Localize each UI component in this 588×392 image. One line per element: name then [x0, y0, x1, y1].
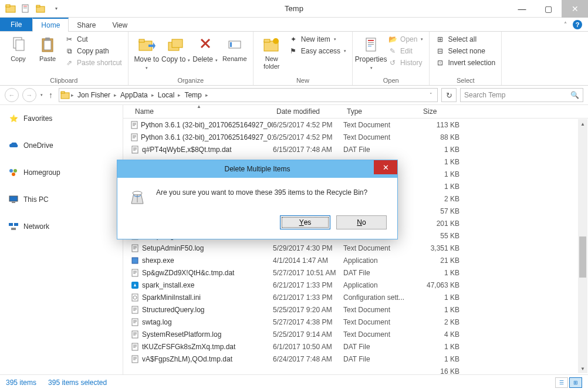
tab-file[interactable]: File — [0, 18, 32, 31]
paste-shortcut-button[interactable]: ⇗Paste shortcut — [62, 58, 124, 68]
new-item-button[interactable]: ✦New item ▾ — [286, 34, 349, 45]
sidebar-thispc[interactable]: This PC — [0, 192, 123, 207]
select-none-button[interactable]: ⊟Select none — [433, 46, 498, 56]
scroll-thumb[interactable] — [579, 236, 586, 278]
folder-icon[interactable] — [4, 2, 18, 16]
file-name: swtag.log — [142, 318, 172, 326]
status-bar: 395 items 395 items selected ☰ ⊞ — [0, 374, 588, 390]
cut-button[interactable]: ✂Cut — [62, 34, 124, 45]
tab-home[interactable]: Home — [32, 18, 69, 32]
sidebar-onedrive[interactable]: OneDrive — [0, 138, 123, 153]
breadcrumb-item[interactable]: Temp — [182, 91, 204, 99]
file-row[interactable]: shexp.exe4/1/2014 1:47 AMApplication21 K… — [123, 254, 588, 266]
history-button[interactable]: ↺History — [386, 58, 425, 68]
file-row[interactable]: spark_install.exe6/21/2017 1:33 PMApplic… — [123, 279, 588, 291]
file-size: 16 KB — [420, 367, 472, 375]
dialog-close-button[interactable]: ✕ — [374, 160, 397, 174]
file-row[interactable]: tKUZcFSFGk8sZmXq.tmp.dat6/1/2017 10:50 A… — [123, 340, 588, 353]
file-size: 201 KB — [420, 219, 472, 228]
file-type: Text Document — [343, 306, 420, 314]
tab-share[interactable]: Share — [69, 18, 104, 31]
move-to-button[interactable]: Move to ▾ — [132, 33, 161, 72]
sort-indicator-icon: ▲ — [197, 105, 201, 109]
sidebar-favorites[interactable]: ⭐Favorites — [0, 111, 123, 126]
close-button[interactable]: ✕ — [562, 0, 588, 18]
rename-button[interactable]: Rename — [220, 33, 249, 63]
column-type[interactable]: Type — [343, 107, 420, 116]
copy-button[interactable]: Copy — [4, 33, 33, 63]
dialog-yes-button[interactable]: Yes — [280, 215, 330, 229]
file-name: tKUZcFSFGk8sZmXq.tmp.dat — [142, 343, 235, 351]
search-input[interactable]: Search Temp 🔍 — [460, 88, 583, 102]
file-type: DAT File — [343, 355, 420, 363]
breadcrumb-item[interactable]: Local — [156, 91, 177, 99]
copy-path-button[interactable]: ⧉Copy path — [62, 46, 124, 56]
svg-rect-35 — [11, 228, 16, 230]
file-name: StructuredQuery.log — [142, 306, 205, 314]
main-content: ⭐Favorites OneDrive Homegroup This PC Ne… — [0, 104, 588, 374]
file-row[interactable]: SetupAdminF50.log5/29/2017 4:30 PMText D… — [123, 242, 588, 254]
paste-button[interactable]: Paste — [33, 33, 62, 63]
file-row[interactable]: Python 3.6.1 (32-bit)_20170625164927_01.… — [123, 131, 588, 143]
file-icon — [130, 342, 140, 352]
breadcrumb-item[interactable]: AppData — [118, 91, 150, 99]
select-all-button[interactable]: ⊞Select all — [433, 34, 498, 45]
file-row[interactable]: Sp&gwZDd9X!QtH&c.tmp.dat5/27/2017 10:51 … — [123, 266, 588, 279]
open-button[interactable]: 📂Open ▾ — [386, 34, 425, 45]
refresh-button[interactable]: ↻ — [441, 88, 457, 102]
properties-button[interactable]: Properties ▾ — [356, 33, 386, 72]
ribbon-tabs: File Home Share View ˄ ? — [0, 18, 588, 32]
scrollbar[interactable]: ▲ ▼ — [578, 119, 587, 373]
column-size[interactable]: Size — [420, 107, 472, 116]
view-details-button[interactable]: ☰ — [555, 377, 568, 388]
maximize-button[interactable]: ▢ — [535, 0, 562, 18]
tab-view[interactable]: View — [104, 18, 136, 31]
breadcrumb-item[interactable]: Jon Fisher — [75, 91, 113, 99]
sidebar-homegroup[interactable]: Homegroup — [0, 165, 123, 180]
file-row[interactable]: StructuredQuery.log5/25/2017 9:20 AMText… — [123, 303, 588, 316]
help-icon[interactable]: ? — [573, 20, 582, 29]
file-row[interactable]: Python 3.6.1 (32-bit)_20170625164927_00.… — [123, 119, 588, 131]
up-button[interactable]: ↑ — [46, 90, 55, 100]
minimize-button[interactable]: — — [509, 0, 535, 18]
shortcut-icon: ⇗ — [65, 58, 74, 67]
forward-button[interactable]: → — [22, 88, 36, 102]
sidebar: ⭐Favorites OneDrive Homegroup This PC Ne… — [0, 105, 123, 374]
breadcrumb-dropdown-icon[interactable]: ˅ — [426, 92, 436, 98]
dialog-no-button[interactable]: No — [336, 215, 387, 229]
svg-rect-40 — [132, 245, 138, 252]
history-dropdown-icon[interactable]: ▾ — [40, 93, 43, 97]
qat-dropdown-icon[interactable]: ▾ — [49, 2, 63, 16]
properties-icon[interactable] — [19, 2, 33, 16]
file-row[interactable]: q#PT4qWybE,x$8Qt.tmp.dat6/15/2017 7:48 A… — [123, 143, 588, 156]
scroll-down-icon[interactable]: ▼ — [578, 364, 587, 373]
file-size: 1 KB — [420, 355, 472, 363]
file-row[interactable]: swtag.log5/27/2017 4:38 PMText Document2… — [123, 316, 588, 328]
easy-access-button[interactable]: ⚑Easy access ▾ — [286, 46, 349, 56]
view-icons-button[interactable]: ⊞ — [569, 377, 582, 388]
collapse-ribbon-icon[interactable]: ˄ — [564, 21, 567, 28]
file-row[interactable]: 16 KB — [123, 365, 588, 374]
copy-to-button[interactable]: Copy to ▾ — [161, 33, 191, 63]
file-row[interactable]: SparkMiniInstall.ini6/21/2017 1:33 PMCon… — [123, 291, 588, 303]
file-icon — [130, 367, 140, 375]
open-icon: 📂 — [388, 35, 397, 44]
column-date[interactable]: Date modified — [273, 107, 343, 116]
group-open: Properties ▾ 📂Open ▾ ✎Edit ↺History Open — [353, 32, 430, 85]
file-row[interactable]: vA$FgpsZhLM),QOd.tmp.dat6/24/2017 7:48 A… — [123, 353, 588, 365]
network-icon — [8, 221, 19, 232]
new-folder-button[interactable]: New folder — [257, 33, 286, 70]
delete-button[interactable]: Delete ▾ — [191, 33, 220, 63]
file-row[interactable]: SystemResetPlatform.log5/25/2017 9:14 AM… — [123, 328, 588, 340]
file-icon — [130, 330, 140, 339]
breadcrumb[interactable]: ▸ Jon Fisher▸ AppData▸ Local▸ Temp▸ ˅ — [59, 88, 438, 102]
dialog-title: Delete Multiple Items — [224, 165, 290, 173]
invert-selection-button[interactable]: ⊡Invert selection — [433, 58, 498, 68]
new-folder-icon[interactable] — [34, 2, 48, 16]
copy-path-icon: ⧉ — [65, 46, 74, 56]
edit-button[interactable]: ✎Edit — [386, 46, 425, 56]
scroll-up-icon[interactable]: ▲ — [578, 119, 587, 129]
file-icon — [130, 305, 140, 315]
back-button[interactable]: ← — [5, 88, 19, 102]
sidebar-network[interactable]: Network — [0, 219, 123, 234]
